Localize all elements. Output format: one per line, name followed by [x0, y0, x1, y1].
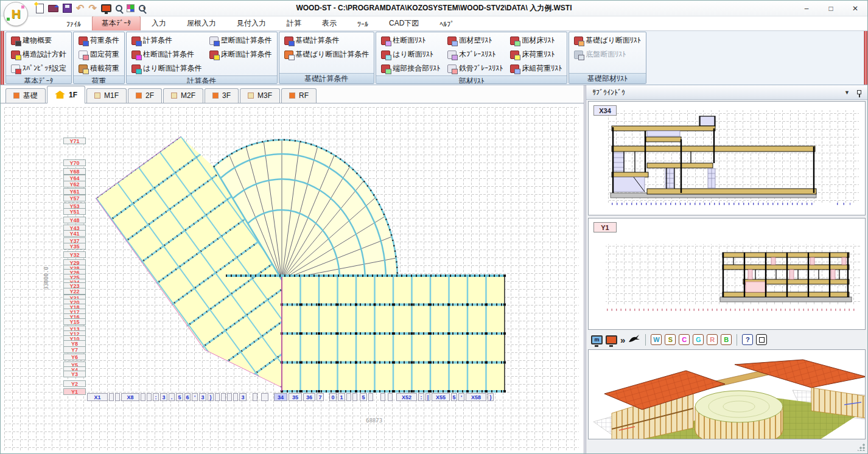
x-axis-label-blank-27[interactable] — [346, 393, 351, 401]
ribbon-button-計算条件[interactable]: 計算条件 — [131, 35, 202, 46]
layer-s-button[interactable]: S — [665, 334, 676, 345]
y-axis-label-Y41[interactable]: Y41 — [63, 230, 86, 237]
x-axis-label-blank-4[interactable] — [141, 393, 145, 401]
y-axis-label-Y71[interactable]: Y71 — [63, 138, 86, 144]
y-axis-label-Y7[interactable]: Y7 — [63, 346, 86, 353]
menu-tab-表示[interactable]: 表示 — [312, 16, 346, 30]
ribbon-button-固定荷重[interactable]: 固定荷重 — [79, 49, 119, 60]
x-axis-label-blank-20[interactable] — [261, 393, 268, 401]
color-settings-icon[interactable] — [127, 3, 135, 14]
resize-grip[interactable] — [858, 444, 865, 451]
x-axis-label-X58[interactable]: X58 — [466, 393, 486, 401]
x-axis-label-blank-30[interactable] — [368, 393, 373, 401]
ribbon-button-構造設計方針[interactable]: 構造設計方針 — [11, 49, 66, 60]
floor-tab-M1F[interactable]: M1F — [86, 88, 127, 103]
layer-r-button[interactable]: R — [707, 334, 718, 345]
plan-canvas[interactable]: Y71Y70Y68Y64Y62Y61Y57Y53Y51Y48Y43Y41Y37Y… — [1, 103, 584, 453]
x-axis-label-X8[interactable]: X8 — [121, 393, 139, 401]
x-axis-label-blank-14[interactable] — [215, 393, 220, 401]
x-axis-label-)[interactable]: ) — [208, 393, 214, 401]
elevation-view-x34[interactable]: X34 — [588, 101, 866, 215]
layer-b-button[interactable]: B — [721, 334, 732, 345]
elevation-view-y1[interactable]: Y1 — [588, 218, 866, 330]
y-axis-label-Y62[interactable]: Y62 — [63, 181, 86, 187]
x-axis-label-.[interactable]: . — [169, 393, 175, 401]
y-axis-label-Y35[interactable]: Y35 — [63, 243, 86, 250]
display-monitor-icon[interactable] — [606, 335, 617, 344]
help-button[interactable]: ? — [742, 334, 753, 345]
x-axis-label-6[interactable]: 6 — [184, 393, 191, 401]
x-axis-label-blank-32[interactable] — [388, 393, 393, 401]
zoom-icon[interactable] — [116, 3, 122, 14]
floor-tab-M2F[interactable]: M2F — [163, 88, 203, 103]
x-axis-label-35[interactable]: 35 — [289, 393, 302, 401]
ribbon-button-壁断面計算条件[interactable]: 壁断面計算条件 — [209, 35, 272, 46]
ribbon-button-面材床ﾘｽﾄ[interactable]: 面材床ﾘｽﾄ — [510, 35, 562, 46]
floor-tab-1F[interactable]: 1F — [47, 86, 85, 103]
x-axis-label-blank-28[interactable] — [352, 393, 357, 401]
redo-icon[interactable]: ↷ — [88, 3, 96, 14]
y-axis-label-Y48[interactable]: Y48 — [63, 217, 86, 223]
x-axis-label-'[interactable]: ' — [458, 393, 464, 401]
ribbon-button-はり断面ﾘｽﾄ[interactable]: はり断面ﾘｽﾄ — [381, 49, 440, 60]
x-axis-label-|[interactable]: | — [425, 393, 430, 401]
menu-tab-計算[interactable]: 計算 — [277, 16, 311, 30]
y-axis-label-Y61[interactable]: Y61 — [63, 188, 86, 195]
new-document-icon[interactable] — [36, 3, 44, 14]
menu-tab-ﾌｧｲﾙ[interactable]: ﾌｧｲﾙ — [57, 18, 91, 30]
x-axis-label-34[interactable]: 34 — [274, 393, 287, 401]
expand-icon[interactable]: » — [620, 335, 625, 345]
x-axis-label-36[interactable]: 36 — [303, 393, 315, 401]
ribbon-button-建物概要[interactable]: 建物概要 — [11, 35, 66, 46]
undo-icon[interactable]: ↶ — [76, 3, 84, 14]
view-3d[interactable] — [588, 349, 866, 439]
menu-tab-ﾍﾙﾌﾟ[interactable]: ﾍﾙﾌﾟ — [430, 18, 464, 30]
x-axis-label-blank-2[interactable] — [115, 393, 120, 401]
ribbon-button-端部接合部ﾘｽﾄ[interactable]: 端部接合部ﾘｽﾄ — [381, 63, 440, 74]
x-axis-label-blank-1[interactable] — [109, 393, 114, 401]
layer-w-button[interactable]: W — [651, 334, 662, 345]
y-axis-label-Y1[interactable]: Y1 — [63, 388, 86, 395]
close-button[interactable]: ✕ — [843, 1, 867, 16]
x-axis-label-1[interactable]: 1 — [338, 393, 345, 401]
pin-icon[interactable] — [857, 90, 861, 94]
ribbon-button-基礎計算条件[interactable]: 基礎計算条件 — [284, 35, 369, 46]
app-logo-icon[interactable]: H — [4, 2, 28, 26]
ribbon-button-床組荷重ﾘｽﾄ[interactable]: 床組荷重ﾘｽﾄ — [510, 63, 562, 74]
chevron-down-icon[interactable]: ▼ — [844, 89, 850, 96]
x-axis-label-3[interactable]: 3 — [160, 393, 167, 401]
x-axis-label-0[interactable]: 0 — [329, 393, 337, 401]
y-axis-label-Y15[interactable]: Y15 — [63, 318, 86, 325]
layer-c-button[interactable]: C — [679, 334, 690, 345]
ribbon-button-基礎ばり断面ﾘｽﾄ[interactable]: 基礎ばり断面ﾘｽﾄ — [574, 35, 641, 46]
ribbon-button-はり断面計算条件[interactable]: はり断面計算条件 — [131, 63, 202, 74]
x-axis-label-5[interactable]: 5 — [176, 393, 183, 401]
bird-cursor-icon[interactable] — [628, 334, 640, 346]
x-axis-label-)[interactable]: ) — [488, 393, 494, 401]
ribbon-button-床荷重ﾘｽﾄ[interactable]: 床荷重ﾘｽﾄ — [510, 49, 562, 60]
minimize-button[interactable]: – — [794, 1, 819, 16]
zoom-tool-icon[interactable]: ▾ — [139, 3, 145, 14]
x-axis-label-5[interactable]: 5 — [360, 393, 367, 401]
x-axis-label-3[interactable]: 3 — [199, 393, 206, 401]
ribbon-button-荷重条件[interactable]: 荷重条件 — [79, 35, 119, 46]
y-axis-label-Y57[interactable]: Y57 — [63, 195, 86, 201]
x-axis-label-:[interactable]: : — [153, 393, 159, 401]
display-icon[interactable] — [101, 3, 111, 14]
save-icon[interactable] — [63, 3, 72, 14]
x-axis-label-'[interactable]: ' — [192, 393, 198, 401]
y-axis-label-Y68[interactable]: Y68 — [63, 168, 86, 175]
ribbon-button-鉄骨ﾌﾞﾚｰｽﾘｽﾄ[interactable]: 鉄骨ﾌﾞﾚｰｽﾘｽﾄ — [447, 63, 503, 74]
y-axis-label-Y51[interactable]: Y51 — [63, 208, 86, 215]
ribbon-button-基礎ばり断面計算条件[interactable]: 基礎ばり断面計算条件 — [284, 49, 369, 60]
ribbon-button-床断面計算条件[interactable]: 床断面計算条件 — [209, 49, 272, 60]
layer-g-button[interactable]: G — [693, 334, 704, 345]
menu-tab-屋根入力[interactable]: 屋根入力 — [177, 16, 226, 30]
x-axis-label-X55[interactable]: X55 — [432, 393, 450, 401]
y-axis-label-Y22[interactable]: Y22 — [63, 288, 86, 295]
x-axis-label-blank-5[interactable] — [147, 393, 152, 401]
open-file-icon[interactable] — [48, 3, 58, 14]
y-axis-label-Y2[interactable]: Y2 — [63, 380, 86, 387]
menu-tab-ﾂｰﾙ[interactable]: ﾂｰﾙ — [348, 18, 378, 30]
menu-tab-基本ﾃﾞｰﾀ[interactable]: 基本ﾃﾞｰﾀ — [92, 16, 141, 30]
